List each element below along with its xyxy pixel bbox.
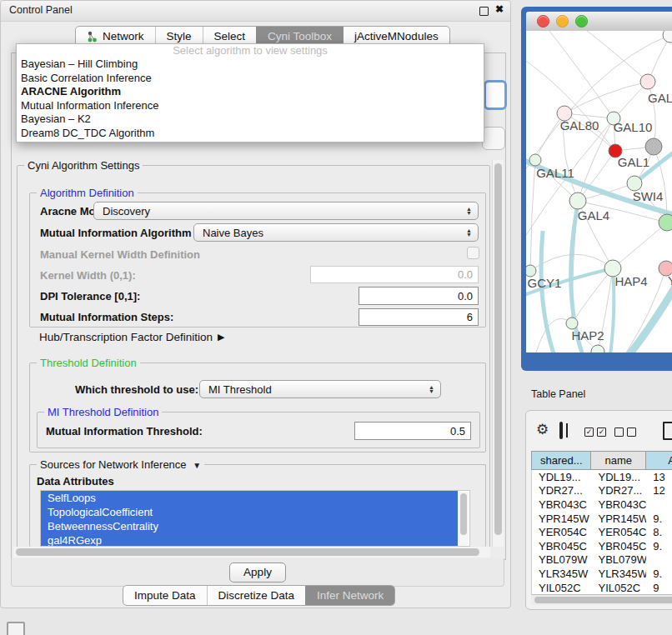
menu-item-mutual-information-inference[interactable]: Mutual Information Inference — [17, 99, 484, 113]
dpi-tolerance-field[interactable]: 0.0 — [359, 287, 479, 305]
control-panel: Control Panel ✖ NetworkStyleSelectCyni T… — [0, 0, 511, 608]
sources-toggle[interactable]: Sources for Network Inference ▼ — [37, 458, 204, 471]
dpi-tolerance-label: DPI Tolerance [0,1]: — [40, 290, 140, 302]
table-row[interactable]: YLR345WYLR345W9. — [532, 567, 672, 581]
control-panel-titlebar: Control Panel ✖ — [1, 1, 510, 22]
table-row[interactable]: YDL19...YDL19...13 — [532, 470, 672, 484]
mi-threshold-field[interactable]: 0.5 — [354, 422, 471, 440]
table-row[interactable]: YBR045CYBR045C9. — [532, 539, 672, 553]
node-label: SWI4 — [633, 189, 664, 203]
table-cell: YIL052C — [591, 582, 646, 594]
attribute-item-selfloops[interactable]: SelfLoops — [41, 491, 458, 505]
list-scrollbar[interactable] — [459, 492, 469, 545]
threshold-definition-group: Threshold Definition Which threshold to … — [29, 362, 486, 452]
minimize-window-icon[interactable] — [556, 15, 569, 28]
table-cell: 13 — [646, 471, 672, 483]
table-row[interactable]: YIL052CYIL052C9 — [532, 581, 672, 595]
vertical-scrollbar[interactable] — [492, 160, 504, 547]
table-cell: 12 — [646, 484, 672, 497]
mi-algorithm-type-select[interactable]: Naive Bayes ▲▼ — [193, 223, 479, 242]
close-window-icon[interactable] — [537, 15, 549, 28]
mi-threshold-label: Mutual Information Threshold: — [46, 425, 203, 438]
node-gal11[interactable] — [529, 154, 541, 166]
expanded-arrow-icon: ▼ — [193, 461, 201, 470]
bottom-tab-infer-network[interactable]: Infer Network — [305, 586, 394, 605]
bottom-tab-discretize-data[interactable]: Discretize Data — [207, 586, 306, 605]
column-header-shared[interactable]: shared... — [532, 452, 591, 470]
bottom-tab-impute-data[interactable]: Impute Data — [123, 586, 207, 605]
mi-threshold-definition-group: MI Threshold Definition Mutual Informati… — [37, 412, 480, 448]
table-row[interactable]: YPR145WYPR145W9. — [532, 512, 672, 526]
node-gal1[interactable] — [645, 138, 662, 155]
panel-title: Control Panel — [9, 4, 73, 16]
attribute-item-betweennesscentrality[interactable]: BetweennessCentrality — [41, 519, 458, 533]
table-cell: YDL19... — [532, 471, 591, 483]
node-label: GAL10 — [614, 120, 653, 134]
node-hap2[interactable] — [566, 318, 578, 329]
column-header-name[interactable]: name — [591, 452, 646, 470]
selected-value: Naive Bayes — [203, 227, 263, 239]
attribute-item-gal4rgexp[interactable]: gal4RGexp — [41, 533, 458, 547]
node-gal4[interactable] — [569, 192, 586, 209]
node-label: GAL1 — [618, 155, 649, 169]
tab-label: Cyni Toolbox — [268, 30, 332, 42]
table-panel: ⚙ ✓✓ shared...nameA YDL19...YDL19...13YD… — [525, 410, 672, 610]
tab-label: Select — [214, 30, 246, 42]
node-gcy1[interactable] — [526, 265, 536, 277]
menu-item-basic-correlation-inference[interactable]: Basic Correlation Inference — [17, 72, 484, 86]
kernel-width-field[interactable]: 0.0 — [310, 266, 479, 283]
node-label: HAP4 — [614, 274, 647, 288]
stepper-icon: ▲▼ — [466, 228, 472, 237]
menu-item-aracne-algorithm[interactable]: ARACNE Algorithm — [17, 85, 484, 99]
manual-kernel-label: Manual Kernel Width Definition — [40, 248, 200, 261]
menu-item-bayesian-hill-climbing[interactable]: Bayesian – Hill Climbing — [17, 58, 484, 72]
maximize-window-icon[interactable] — [575, 15, 588, 28]
checked-boxes-icon[interactable]: ✓✓ — [584, 428, 606, 437]
split-columns-icon[interactable] — [559, 422, 563, 439]
table-cell: 8. — [646, 526, 672, 538]
minimized-panel-icon[interactable] — [7, 622, 25, 635]
manual-kernel-checkbox[interactable] — [467, 247, 479, 259]
table-cell: YBR043C — [591, 498, 646, 511]
aracne-mode-select[interactable]: Discovery ▲▼ — [93, 202, 479, 220]
hidden-combo-fragment — [484, 80, 507, 110]
stepper-icon: ▲▼ — [466, 207, 472, 215]
float-panel-icon[interactable] — [479, 7, 489, 16]
network-canvas[interactable]: GALGAL80GAL10GAL1SWI4GAL11GAL4GCY1HAP4YH… — [526, 31, 672, 352]
table-row[interactable]: YBL079WYBL079W — [532, 553, 672, 568]
table-cell: 9. — [646, 540, 672, 552]
menu-item-dream8-dc-tdc-algorithm[interactable]: Dream8 DC_TDC Algorithm — [17, 127, 484, 141]
bottom-tab-bar: Impute DataDiscretize DataInfer Network — [123, 585, 395, 606]
gear-icon[interactable]: ⚙ — [536, 422, 549, 437]
table-row[interactable]: YBR043CYBR043C — [532, 498, 672, 512]
table-row[interactable]: YER054CYER054C8. — [532, 525, 672, 539]
field-value: 0.0 — [458, 290, 473, 302]
table-cell: 9. — [646, 568, 672, 580]
group-title: Threshold Definition — [37, 357, 140, 369]
unchecked-boxes-icon[interactable] — [614, 428, 636, 437]
close-icon[interactable]: ✖ — [495, 3, 504, 15]
node-unlabeled[interactable] — [663, 31, 672, 42]
node-gal[interactable] — [640, 74, 655, 89]
mi-steps-field[interactable]: 6 — [359, 308, 479, 326]
table-cell: YLR345W — [532, 568, 591, 580]
attribute-item-topologicalcoefficient[interactable]: TopologicalCoefficient — [41, 505, 458, 519]
tab-label: Style — [167, 30, 192, 42]
data-attributes-list[interactable]: SelfLoopsTopologicalCoefficientBetweenne… — [40, 490, 470, 547]
selected-edge — [624, 282, 672, 352]
node-table: shared...nameA YDL19...YDL19...13YDR27..… — [531, 451, 672, 595]
horizontal-scrollbar[interactable] — [13, 547, 490, 558]
menu-item-bayesian-k2[interactable]: Bayesian – K2 — [17, 112, 484, 127]
column-header-a[interactable]: A — [646, 452, 672, 470]
field-value: 6 — [467, 311, 473, 323]
apply-button[interactable]: Apply — [229, 562, 286, 582]
node-unlabeled[interactable] — [591, 345, 604, 352]
table-cell: YBL079W — [532, 553, 591, 566]
node-unlabeled[interactable] — [659, 214, 672, 231]
hub-definition-toggle[interactable]: Hub/Transcription Factor Definition ▶ — [39, 331, 225, 343]
which-threshold-select[interactable]: MI Threshold ▲▼ — [199, 380, 441, 398]
table-row[interactable]: YDR27...YDR27...12 — [532, 484, 672, 498]
table-horizontal-scrollbar[interactable] — [531, 594, 672, 605]
algorithm-dropdown-popup: Select algorithm to view settings Bayesi… — [16, 43, 484, 142]
document-icon[interactable] — [663, 422, 672, 440]
